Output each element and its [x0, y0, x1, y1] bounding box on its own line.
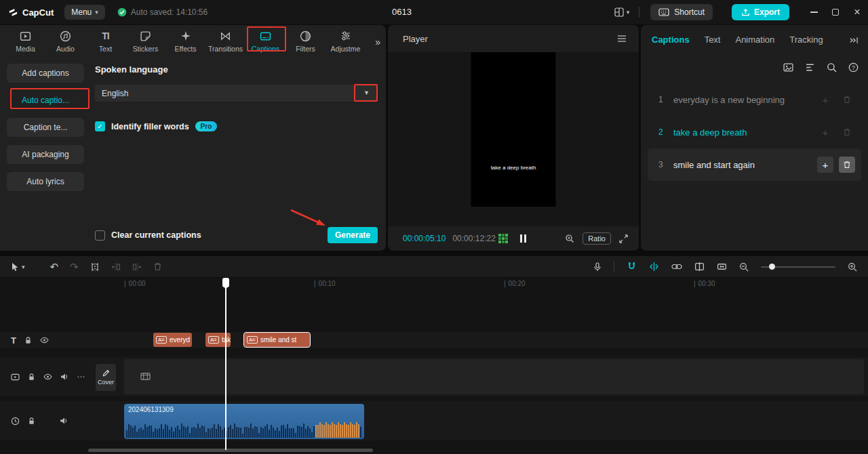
preview-zoom-icon[interactable]	[565, 234, 574, 243]
lock-icon[interactable]	[28, 373, 35, 381]
captions-sidebar: Add captions Auto captio... Caption te..…	[0, 64, 91, 191]
timeline-scrollbar[interactable]	[88, 449, 373, 452]
clear-captions-checkbox[interactable]	[95, 230, 105, 241]
help-icon[interactable]: ?	[848, 62, 859, 73]
close-button[interactable]: ×	[846, 0, 868, 24]
eye-icon[interactable]	[43, 373, 52, 380]
tab-text-style[interactable]: Text	[705, 35, 721, 45]
cover-button[interactable]: Cover	[96, 364, 116, 391]
zoom-out-icon[interactable]	[739, 262, 749, 272]
minimize-button[interactable]	[803, 0, 825, 24]
sidebar-item-add-captions[interactable]: Add captions	[7, 64, 84, 83]
language-select[interactable]: English ▼	[95, 85, 376, 102]
lock-icon[interactable]	[28, 417, 35, 425]
eye-icon[interactable]	[40, 337, 49, 344]
preview-axis-icon[interactable]	[694, 262, 705, 272]
timeline-zoom-slider[interactable]	[761, 266, 835, 268]
delete-icon[interactable]	[153, 262, 162, 271]
filler-words-checkbox[interactable]: ✓	[95, 121, 105, 131]
audio-waveform	[126, 415, 362, 438]
add-caption-icon[interactable]: +	[817, 91, 833, 108]
video-clip[interactable]	[124, 359, 864, 394]
sticker-icon	[140, 30, 151, 42]
redo-icon[interactable]: ↷	[70, 261, 79, 273]
delete-caption-button[interactable]	[839, 157, 855, 173]
tab-transitions[interactable]: Transitions	[205, 30, 245, 57]
auto-caption-icon: A≡	[156, 336, 167, 344]
add-caption-button[interactable]: +	[817, 157, 833, 173]
audio-clip-label: 202406131309	[128, 406, 174, 413]
fit-timeline-icon[interactable]	[717, 262, 727, 272]
fullscreen-icon[interactable]	[619, 234, 628, 243]
more-tabs-icon[interactable]: »	[375, 37, 380, 47]
select-tool-icon[interactable]	[11, 262, 19, 272]
caption-row[interactable]: 1 everyday is a new beginning +	[648, 83, 861, 116]
record-voiceover-icon[interactable]	[593, 262, 601, 272]
tab-effects[interactable]: Effects	[165, 30, 205, 57]
main-track-magnet-icon[interactable]	[627, 262, 637, 272]
auto-caption-icon: A≡	[208, 336, 219, 344]
sidebar-item-caption-templates[interactable]: Caption te...	[7, 118, 84, 137]
pause-button[interactable]	[520, 234, 526, 243]
audio-clip[interactable]: 202406131309	[124, 404, 364, 439]
edit-pencil-icon	[102, 369, 110, 377]
preview-quality-grid-icon[interactable]	[498, 234, 508, 243]
video-preview[interactable]: take a deep breath	[471, 52, 556, 207]
language-value: English	[102, 89, 128, 98]
delete-caption-icon[interactable]	[839, 124, 855, 140]
batch-edit-icon[interactable]	[805, 62, 815, 73]
mute-icon[interactable]	[60, 417, 68, 425]
trim-left-icon[interactable]	[111, 262, 121, 272]
caption-edit-panel: Captions Text Animation Tracking ? 1 eve…	[641, 25, 868, 251]
tab-captions-list[interactable]: Captions	[652, 35, 690, 45]
zoom-in-icon[interactable]	[848, 262, 857, 272]
ratio-button[interactable]: Ratio	[583, 232, 611, 245]
tab-animation[interactable]: Animation	[735, 35, 774, 45]
tab-audio[interactable]: Audio	[45, 30, 85, 57]
split-icon[interactable]	[90, 262, 100, 272]
link-clips-icon[interactable]	[671, 264, 682, 270]
tab-tracking[interactable]: Tracking	[789, 35, 823, 45]
shortcut-button[interactable]: Shortcut	[650, 4, 713, 20]
trim-right-icon[interactable]	[132, 262, 142, 272]
delete-caption-icon[interactable]	[839, 91, 855, 108]
undo-icon[interactable]: ↶	[50, 261, 59, 273]
sidebar-item-auto-lyrics[interactable]: Auto lyrics	[7, 172, 84, 191]
playhead[interactable]	[222, 278, 229, 450]
chevron-down-icon[interactable]: ▼	[363, 89, 370, 96]
add-caption-icon[interactable]: +	[817, 124, 833, 140]
collapse-panel-icon[interactable]	[849, 36, 859, 45]
captions-icon	[259, 30, 272, 42]
export-button[interactable]: Export	[732, 4, 789, 20]
caption-clip[interactable]: A≡ everyd	[153, 333, 192, 347]
layout-switcher[interactable]: ▾	[614, 7, 630, 17]
search-icon[interactable]	[827, 62, 837, 73]
auto-snap-icon[interactable]	[649, 262, 659, 272]
lock-icon[interactable]	[24, 337, 32, 344]
sidebar-item-ai-packaging[interactable]: AI packaging	[7, 145, 84, 164]
zoom-slider-handle[interactable]	[769, 264, 775, 270]
tab-media[interactable]: Media	[5, 30, 45, 57]
tab-captions[interactable]: Captions	[245, 30, 285, 57]
tab-adjustment[interactable]: Adjustme	[326, 30, 366, 57]
player-menu-icon[interactable]	[617, 35, 627, 42]
caption-track-header: T	[0, 332, 88, 348]
maximize-button[interactable]	[825, 0, 846, 24]
title-bar: CapCut Menu▾ Auto saved: 14:10:56 0613 ▾…	[0, 0, 868, 24]
caption-row[interactable]: 2 take a deep breath +	[648, 116, 861, 148]
close-icon: ×	[854, 7, 860, 18]
menu-button[interactable]: Menu▾	[64, 5, 105, 20]
more-options-icon[interactable]: ⋯	[77, 372, 85, 381]
auto-captions-content: Spoken language English ▼ ✓ Identify fil…	[95, 59, 378, 251]
generate-button[interactable]: Generate	[328, 227, 378, 243]
tab-text[interactable]: TI Text	[85, 30, 125, 57]
caption-row[interactable]: 3 smile and start again +	[648, 148, 861, 181]
sidebar-item-auto-captions[interactable]: Auto captio...	[7, 91, 84, 110]
tab-filters[interactable]: Filters	[285, 30, 326, 57]
caption-clip-selected[interactable]: A≡ smile and st	[244, 333, 310, 347]
tab-stickers[interactable]: Stickers	[125, 30, 165, 57]
chevron-down-icon[interactable]: ▾	[22, 264, 25, 270]
export-image-icon[interactable]	[783, 62, 793, 73]
mute-icon[interactable]	[60, 373, 68, 381]
caption-list: 1 everyday is a new beginning + 2 take a…	[648, 83, 861, 181]
